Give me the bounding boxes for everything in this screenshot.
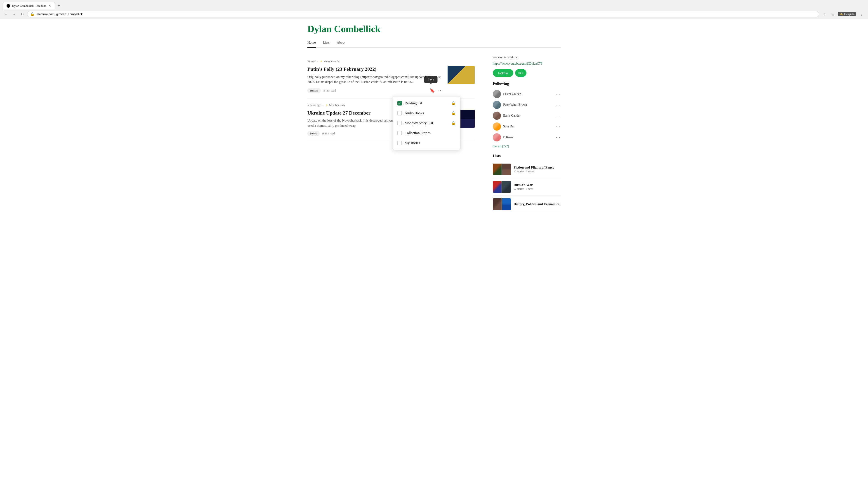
following-item-1: Peter Winn-Brown ··· — [493, 99, 561, 110]
following-name-0: Lester Golden — [503, 92, 554, 96]
save-tooltip: Save — [424, 76, 437, 83]
address-input[interactable] — [36, 12, 816, 16]
more-options-button-1[interactable]: ··· — [437, 87, 444, 94]
article-read-time-2: 9 min read — [322, 132, 335, 135]
sidebar-youtube-link[interactable]: https://www.youtube.com/@DylanC78 — [493, 62, 542, 65]
dropdown-item-moodjoy[interactable]: Moodjoy Story List 🔒 — [393, 118, 460, 128]
menu-button[interactable]: ⋮ — [858, 11, 865, 17]
tab-bar: Dylan Combellick – Medium ✕ + — [0, 0, 868, 9]
list-meta-0: 17 stories · 3 saves — [514, 170, 561, 173]
page-header: Dylan Combellick Home Lists About — [307, 19, 561, 48]
bookmark-star-button[interactable]: ☆ — [821, 11, 828, 17]
list-thumbnails-1 — [493, 181, 511, 193]
tab-lists[interactable]: Lists — [323, 38, 330, 48]
reload-button[interactable]: ↻ — [19, 11, 25, 18]
article-content-1: Putin's Folly (23 February 2022) Origina… — [307, 66, 475, 94]
tab-title: Dylan Combellick – Medium — [12, 4, 46, 8]
dropdown-item-reading-list[interactable]: ✓ Reading list 🔒 — [393, 98, 460, 108]
list-thumb-1b — [502, 181, 511, 193]
subscribe-icon: ✉+ — [518, 71, 523, 75]
list-title-0: Fiction and Flights of Fancy — [514, 166, 561, 169]
member-label: Member-only — [323, 60, 340, 63]
article-tag-2[interactable]: News — [307, 131, 320, 136]
save-button-container: Save 🔖 ✓ Reading list 🔒 — [429, 87, 436, 94]
sidebar-buttons: Follow ✉+ — [493, 69, 561, 77]
article-tag-1[interactable]: Russia — [307, 88, 321, 93]
member-label-2: Member-only — [329, 103, 345, 107]
browser-actions: ☆ ⊞ 🕵 Incognito ⋮ — [821, 11, 865, 17]
avatar-peter — [493, 101, 501, 109]
dropdown-item-my-stories[interactable]: My stories — [393, 138, 460, 148]
dropdown-label-moodjoy: Moodjoy Story List — [405, 121, 433, 125]
list-thumb-2a — [493, 198, 502, 210]
avatar-lester — [493, 90, 501, 98]
list-thumb-2b — [502, 198, 511, 210]
following-item-3: Som Dutt ··· — [493, 121, 561, 132]
list-card-1[interactable]: Russia's War 67 stories · 1 save — [493, 178, 561, 196]
list-title-2: History, Politics and Economics — [514, 202, 561, 206]
following-name-4: B Kean — [503, 135, 554, 139]
lock-icon-audio-books: 🔒 — [451, 111, 456, 115]
new-tab-button[interactable]: + — [56, 2, 62, 9]
checkbox-collection[interactable] — [397, 131, 402, 135]
dropdown-label-audio-books: Audio Books — [405, 111, 424, 115]
following-item-2: Barry Gander ··· — [493, 110, 561, 121]
list-thumbnails-0 — [493, 164, 511, 175]
author-name: Dylan Combellick — [307, 24, 561, 34]
list-meta-1: 67 stories · 1 save — [514, 187, 561, 191]
browser-toolbar: ← → ↻ 🔒 ☆ ⊞ 🕵 Incognito ⋮ — [0, 9, 868, 19]
article-text-1: Putin's Folly (23 February 2022) Origina… — [307, 66, 444, 94]
article-title-1[interactable]: Putin's Folly (23 February 2022) — [307, 66, 444, 72]
incognito-icon: 🕵 — [840, 12, 843, 16]
dropdown-item-audio-books[interactable]: Audio Books 🔒 — [393, 108, 460, 118]
following-more-4[interactable]: ··· — [556, 135, 561, 140]
see-all-link[interactable]: See all (272) — [493, 144, 561, 148]
tab-home[interactable]: Home — [307, 38, 316, 48]
article-footer-1: Russia 5 min read Save 🔖 — [307, 87, 444, 94]
lock-icon: 🔒 — [30, 12, 35, 16]
forward-button[interactable]: → — [11, 11, 17, 18]
follow-button[interactable]: Follow — [493, 69, 513, 77]
lock-icon-reading-list: 🔒 — [451, 101, 456, 105]
list-thumb-0b — [502, 164, 511, 175]
back-button[interactable]: ← — [3, 11, 9, 18]
lists-section-title: Lists — [493, 154, 561, 158]
list-info-0: Fiction and Flights of Fancy 17 stories … — [514, 166, 561, 173]
star-icon: ✦ — [320, 59, 322, 63]
following-item-0: Lester Golden ··· — [493, 89, 561, 99]
sidebar: working in Krakow. https://www.youtube.c… — [493, 55, 561, 213]
bookmark-button-1[interactable]: 🔖 — [429, 87, 436, 94]
dropdown-label-collection: Collection Stories — [405, 131, 431, 135]
checkbox-audio-books[interactable] — [397, 111, 402, 116]
following-item-4: B Kean ··· — [493, 132, 561, 143]
dropdown-label-reading-list: Reading list — [405, 101, 422, 105]
nav-tabs: Home Lists About — [307, 38, 561, 48]
list-title-1: Russia's War — [514, 183, 561, 187]
address-bar[interactable]: 🔒 — [27, 11, 819, 18]
following-more-0[interactable]: ··· — [556, 92, 561, 96]
article-image-1 — [447, 66, 475, 84]
tab-organizer-button[interactable]: ⊞ — [830, 11, 836, 17]
checkbox-reading-list[interactable]: ✓ — [397, 101, 402, 105]
following-more-1[interactable]: ··· — [556, 103, 561, 107]
dropdown-item-collection[interactable]: Collection Stories — [393, 128, 460, 138]
following-name-1: Peter Winn-Brown — [503, 103, 554, 107]
active-tab: Dylan Combellick – Medium ✕ — [3, 2, 55, 9]
checkbox-my-stories[interactable] — [397, 141, 402, 145]
save-dropdown: ✓ Reading list 🔒 Audio Books 🔒 — [393, 96, 460, 150]
sidebar-bio: working in Krakow. — [493, 55, 561, 60]
checkbox-moodjoy[interactable] — [397, 121, 402, 125]
list-card-2[interactable]: History, Politics and Economics — [493, 196, 561, 213]
tab-close-button[interactable]: ✕ — [49, 4, 51, 8]
dropdown-label-my-stories: My stories — [405, 141, 420, 145]
list-info-2: History, Politics and Economics — [514, 202, 561, 206]
list-card-0[interactable]: Fiction and Flights of Fancy 17 stories … — [493, 161, 561, 178]
following-more-3[interactable]: ··· — [556, 124, 561, 129]
article-card-1: Pinned · ✦ Member-only Putin's Folly (23… — [307, 55, 475, 99]
main-layout: Pinned · ✦ Member-only Putin's Folly (23… — [307, 48, 561, 213]
tab-about[interactable]: About — [337, 38, 345, 48]
following-more-2[interactable]: ··· — [556, 113, 561, 118]
subscribe-button[interactable]: ✉+ — [515, 69, 526, 77]
lists-section: Lists Fiction and Flights of Fancy 17 st… — [493, 154, 561, 213]
tab-favicon — [6, 4, 10, 8]
